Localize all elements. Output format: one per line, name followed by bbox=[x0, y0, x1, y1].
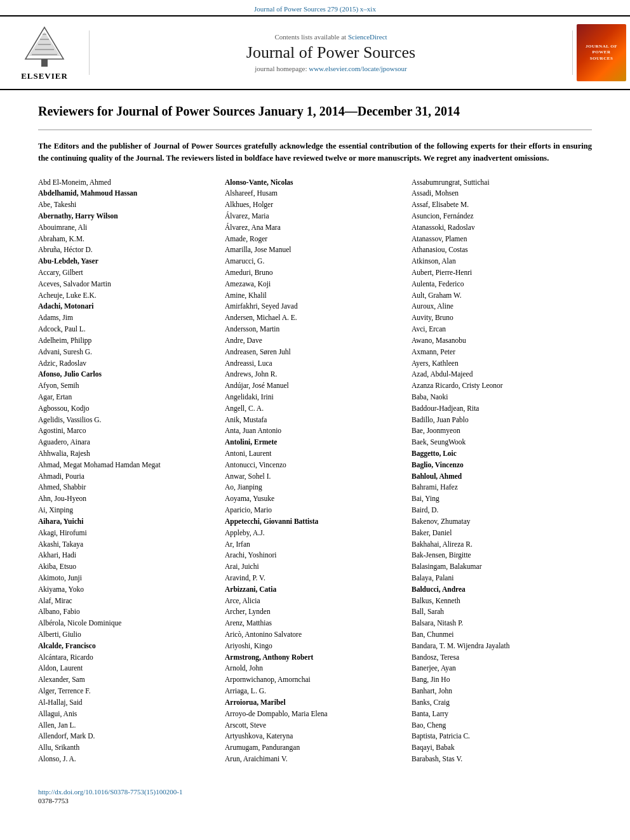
reviewer-name: Anik, Mustafa bbox=[225, 415, 405, 426]
reviewer-name: Artyushkova, Kateryna bbox=[225, 731, 405, 742]
reviewer-name: Akhari, Hadi bbox=[38, 550, 218, 561]
reviewer-name: Alcántara, Ricardo bbox=[38, 652, 218, 663]
reviewer-name: Ault, Graham W. bbox=[412, 290, 592, 302]
reviewer-name: Arroiorua, Maribel bbox=[225, 697, 405, 709]
reviewer-name: Adachi, Motonari bbox=[38, 301, 218, 312]
elsevier-wordmark: ELSEVIER bbox=[19, 71, 70, 81]
homepage-link[interactable]: www.elsevier.com/locate/jpowsour bbox=[309, 65, 406, 72]
reviewer-name: Baddour-Hadjean, Rita bbox=[412, 403, 592, 415]
reviewer-name: Balsara, Nitash P. bbox=[412, 618, 592, 629]
reviewer-name: Arumugam, Pandurangan bbox=[225, 742, 405, 754]
reviewer-name: Abruña, Héctor D. bbox=[38, 244, 218, 256]
reviewer-name: Acheuje, Luke E.K. bbox=[38, 290, 218, 302]
reviewer-name: Assadi, Mohsen bbox=[412, 188, 592, 199]
svg-rect-0 bbox=[41, 59, 48, 67]
reviewer-name: Akimoto, Junji bbox=[38, 573, 218, 584]
reviewer-name: Angelidaki, Irini bbox=[225, 392, 405, 403]
reviewer-name: Andreasen, Søren Juhl bbox=[225, 347, 405, 358]
reviewer-name: Arbizzani, Catia bbox=[225, 584, 405, 596]
reviewer-name: Baggetto, Loic bbox=[412, 448, 592, 460]
reviewer-name: Bao, Cheng bbox=[412, 720, 592, 731]
reviewer-name: Álvarez, Ana Mara bbox=[225, 222, 405, 234]
reviewer-name: Antonucci, Vincenzo bbox=[225, 460, 405, 471]
elsevier-logo: ELSEVIER bbox=[19, 24, 70, 81]
footer-doi-link[interactable]: http://dx.doi.org/10.1016/S0378-7753(15)… bbox=[38, 788, 182, 796]
homepage-label: journal homepage: bbox=[255, 65, 307, 72]
reviewer-name: Alcalde, Francisco bbox=[38, 641, 218, 652]
reviewer-name: Bahrami, Hafez bbox=[412, 482, 592, 493]
reviewer-name: Athanasiou, Costas bbox=[412, 244, 592, 256]
reviewer-name: Aravind, P. V. bbox=[225, 573, 405, 584]
reviewer-name: Andersen, Michael A. E. bbox=[225, 312, 405, 324]
reviewer-name: Aricò, Antonino Salvatore bbox=[225, 629, 405, 641]
reviewer-name: Auvity, Bruno bbox=[412, 312, 592, 324]
title-divider bbox=[38, 130, 592, 130]
reviewer-name: Abraham, K.M. bbox=[38, 234, 218, 245]
reviewer-name: Antolini, Ermete bbox=[225, 437, 405, 448]
reviewer-name: Aldon, Laurent bbox=[38, 663, 218, 674]
reviewer-name: Bakhahai, Alireza R. bbox=[412, 539, 592, 550]
reviewer-name: Álvarez, Maria bbox=[225, 211, 405, 222]
reviewer-name: Balasingam, Balakumar bbox=[412, 561, 592, 573]
reviewer-name: Albérola, Nicole Dominique bbox=[38, 618, 218, 629]
reviewer-name: Bang, Jin Ho bbox=[412, 674, 592, 686]
reviewer-name: Allendorf, Mark D. bbox=[38, 731, 218, 742]
reviewer-name: Amezawa, Koji bbox=[225, 279, 405, 290]
reviewer-name: Arscott, Steve bbox=[225, 720, 405, 731]
reviewer-name: Antoni, Laurent bbox=[225, 448, 405, 460]
reviewer-name: Arroyo-de Dompablo, Maria Elena bbox=[225, 709, 405, 720]
reviewer-name: Agelidis, Vassilios G. bbox=[38, 415, 218, 426]
reviewers-column-1: Abd El-Moneim, AhmedAbdelhamid, Mahmoud … bbox=[38, 177, 218, 765]
reviewer-name: Abernathy, Harry Wilson bbox=[38, 211, 218, 222]
contents-text: Contents lists available at bbox=[274, 33, 346, 41]
reviewer-name: Akashi, Takaya bbox=[38, 539, 218, 550]
reviewer-name: Andre, Dave bbox=[225, 335, 405, 347]
reviewer-name: Aihara, Yuichi bbox=[38, 516, 218, 528]
reviewer-name: Archer, Lynden bbox=[225, 606, 405, 618]
reviewer-name: Anwar, Sohel I. bbox=[225, 471, 405, 483]
reviewer-name: Bahloul, Ahmed bbox=[412, 471, 592, 483]
reviewer-name: Abouimrane, Ali bbox=[38, 222, 218, 234]
reviewer-name: Aubert, Pierre-Henri bbox=[412, 267, 592, 279]
reviewers-column-3: Assabumrungrat, SuttichaiAssadi, MohsenA… bbox=[412, 177, 592, 765]
reviewer-name: Ban, Chunmei bbox=[412, 629, 592, 641]
reviewer-name: Bandosz, Teresa bbox=[412, 652, 592, 663]
article-title: Reviewers for Journal of Power Sources J… bbox=[38, 103, 592, 119]
reviewer-name: Agbossou, Kodjo bbox=[38, 403, 218, 415]
reviewer-name: Amine, Khalil bbox=[225, 290, 405, 302]
reviewer-name: Barabash, Stas V. bbox=[412, 754, 592, 765]
reviewer-name: Abe, Takeshi bbox=[38, 199, 218, 211]
reviewer-name: Andrews, John R. bbox=[225, 369, 405, 380]
reviewer-name: Amarilla, Jose Manuel bbox=[225, 244, 405, 256]
reviewer-name: Bae, Joonmyeon bbox=[412, 425, 592, 437]
reviewer-name: Bai, Ying bbox=[412, 493, 592, 505]
reviewer-name: Ahmadi, Pouria bbox=[38, 471, 218, 483]
reviewer-name: Armstrong, Anthony Robert bbox=[225, 652, 405, 663]
reviewer-name: Ahhwalia, Rajesh bbox=[38, 448, 218, 460]
reviewers-column-2: Alonso-Vante, NicolasAlshareef, HusamAlk… bbox=[225, 177, 405, 765]
reviewer-name: Ahn, Jou-Hyeon bbox=[38, 493, 218, 505]
reviewer-name: Aceves, Salvador Martin bbox=[38, 279, 218, 290]
reviewer-name: Alger, Terrence F. bbox=[38, 686, 218, 697]
reviewer-name: Baird, D. bbox=[412, 505, 592, 516]
reviewer-name: Abd El-Moneim, Ahmed bbox=[38, 177, 218, 189]
reviewer-name: Allen, Jan L. bbox=[38, 720, 218, 731]
contents-line: Contents lists available at ScienceDirec… bbox=[96, 33, 566, 41]
reviewer-name: Aguadero, Ainara bbox=[38, 437, 218, 448]
reviewer-name: Assabumrungrat, Suttichai bbox=[412, 177, 592, 189]
journal-badge: JOURNAL OFPOWERSOURCES bbox=[577, 24, 626, 81]
reviewer-name: Afyon, Semih bbox=[38, 380, 218, 392]
journal-top-bar-text: Journal of Power Sources 279 (2015) x–xi… bbox=[254, 5, 376, 13]
reviewer-name: Ahmed, Shabbir bbox=[38, 482, 218, 493]
reviewer-name: Banerjee, Ayan bbox=[412, 663, 592, 674]
main-content: Reviewers for Journal of Power Sources J… bbox=[0, 90, 630, 778]
reviewer-name: Badillo, Juan Pablo bbox=[412, 415, 592, 426]
svg-marker-2 bbox=[29, 32, 60, 56]
sciencedirect-link[interactable]: ScienceDirect bbox=[348, 33, 387, 41]
reviewer-name: Assaf, Elisabete M. bbox=[412, 199, 592, 211]
reviewer-name: Agostini, Marco bbox=[38, 425, 218, 437]
reviewer-name: Atkinson, Alan bbox=[412, 256, 592, 267]
reviewer-name: Balkus, Kenneth bbox=[412, 596, 592, 607]
reviewer-name: Ahmad, Megat Mohamad Hamdan Megat bbox=[38, 460, 218, 471]
reviewer-name: Akiba, Etsuo bbox=[38, 561, 218, 573]
